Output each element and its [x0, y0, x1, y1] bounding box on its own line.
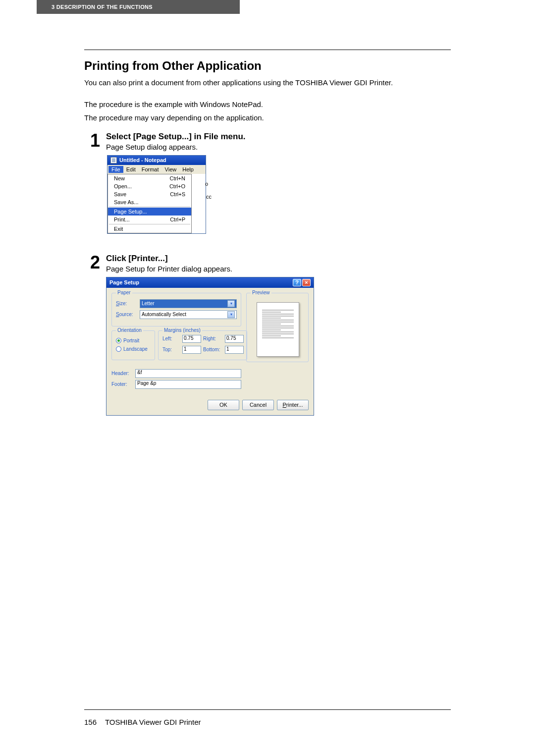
file-menu-save-accel: Ctrl+S [170, 191, 185, 197]
dialog-button-row: OK Cancel Printer... [107, 396, 314, 415]
file-menu-save[interactable]: Save Ctrl+S [108, 190, 191, 198]
help-icon[interactable]: ? [293, 279, 301, 286]
size-select[interactable]: Letter ▾ [140, 299, 237, 308]
chevron-down-icon[interactable]: ▾ [227, 311, 235, 318]
file-menu-saveas-label: Save As... [114, 199, 139, 205]
intro-1: You can also print a document from other… [84, 78, 451, 88]
menu-divider-2 [109, 224, 190, 224]
intro-3: The procedure may vary depending on the … [84, 113, 451, 123]
step-1-sub: Page Setup dialog appears. [106, 143, 451, 151]
notepad-titlebar: Untitled - Notepad [107, 156, 206, 165]
margins-legend: Margins (inches) [162, 327, 202, 333]
file-menu-open-label: Open... [114, 183, 132, 189]
source-value: Automatically Select [142, 312, 186, 317]
notepad-menubar[interactable]: File Edit Format View Help [107, 165, 206, 174]
radio-portrait[interactable]: Portrait [116, 338, 151, 343]
file-menu-dropdown: New Ctrl+N Open... Ctrl+O Save Ctrl+S [107, 174, 192, 233]
file-menu-pagesetup[interactable]: Page Setup... [108, 208, 191, 216]
chapter-text: 3 DESCRIPTION OF THE FUNCTIONS [52, 4, 153, 10]
file-menu-pagesetup-label: Page Setup... [114, 209, 147, 215]
footer-input[interactable]: Page &p [135, 380, 241, 389]
preview-box: Preview [246, 293, 309, 362]
step-2: 2 Click [Printer...] Page Setup for Prin… [84, 254, 451, 416]
page-setup-dialog: Page Setup ? × Preview [106, 277, 314, 416]
printer-button[interactable]: Printer... [277, 400, 309, 410]
source-label: Source: [116, 312, 140, 317]
menu-divider-1 [109, 207, 190, 207]
top-label: Top: [162, 347, 180, 352]
file-menu-exit[interactable]: Exit [108, 225, 191, 233]
orientation-fieldset: Orientation Portrait Landscape [111, 330, 155, 360]
file-menu-open-accel: Ctrl+O [169, 183, 185, 189]
menu-format[interactable]: Format [139, 166, 162, 173]
main-content: Printing from Other Application You can … [84, 50, 451, 416]
top-input[interactable]: 1 [182, 346, 201, 354]
file-menu-print-label: Print... [114, 216, 130, 222]
preview-legend: Preview [251, 290, 271, 295]
step-1: 1 Select [Page Setup...] in File menu. P… [84, 132, 451, 234]
radio-icon [116, 338, 121, 343]
margins-fieldset: Margins (inches) Left: 0.75 Right: 0.75 … [158, 330, 247, 360]
footer-label: Footer: [111, 381, 135, 387]
file-menu-exit-label: Exit [114, 226, 123, 232]
menu-help[interactable]: Help [179, 166, 197, 173]
header-label: Header: [111, 371, 135, 376]
step-number-1: 1 [84, 132, 106, 150]
intro-2: The procedure is the example with Window… [84, 100, 451, 109]
ok-button[interactable]: OK [208, 400, 239, 410]
radio-landscape[interactable]: Landscape [116, 346, 151, 352]
paper-fieldset: Paper SiSize:ze: Letter ▾ Source: Automa [111, 293, 241, 326]
paper-legend: Paper [116, 290, 132, 295]
left-label: Left: [162, 336, 180, 341]
file-menu-new-label: New [114, 175, 125, 181]
footer: 156 TOSHIBA Viewer GDI Printer [84, 709, 451, 726]
divider-top [84, 50, 451, 50]
notepad-app-icon [110, 157, 117, 163]
step-2-sub: Page Setup for Printer dialog appears. [106, 265, 451, 273]
size-label: SiSize:ze: [116, 301, 140, 306]
file-menu-new-accel: Ctrl+N [170, 175, 185, 181]
right-input[interactable]: 0.75 [225, 335, 244, 343]
landscape-label: Landscape [123, 346, 148, 352]
source-select[interactable]: Automatically Select ▾ [140, 310, 237, 319]
section-title: Printing from Other Application [84, 59, 451, 73]
chapter-header: 3 DESCRIPTION OF THE FUNCTIONS [37, 0, 240, 14]
chevron-down-icon[interactable]: ▾ [227, 300, 235, 307]
file-menu-saveas[interactable]: Save As... [108, 198, 191, 206]
size-value: Letter [142, 301, 155, 306]
preview-page [257, 302, 299, 357]
portrait-label: Portrait [123, 338, 139, 343]
file-menu-open[interactable]: Open... Ctrl+O [108, 182, 191, 190]
cancel-button[interactable]: Cancel [242, 400, 274, 410]
menu-file[interactable]: File [108, 166, 123, 173]
file-menu-print-accel: Ctrl+P [170, 216, 185, 222]
clipped-text-cc: cc [206, 194, 212, 200]
page-number: 156 [84, 718, 103, 726]
left-input[interactable]: 0.75 [182, 335, 201, 343]
step-2-title: Click [Printer...] [106, 254, 451, 264]
menu-edit[interactable]: Edit [123, 166, 139, 173]
file-menu-print[interactable]: Print... Ctrl+P [108, 216, 191, 223]
pagesetup-title: Page Setup [109, 279, 139, 285]
notepad-window: Untitled - Notepad File Edit Format View… [107, 155, 206, 234]
notepad-title: Untitled - Notepad [119, 157, 166, 163]
orientation-legend: Orientation [116, 327, 143, 333]
menu-view[interactable]: View [162, 166, 180, 173]
bottom-input[interactable]: 1 [225, 346, 244, 354]
step-1-title: Select [Page Setup...] in File menu. [106, 132, 451, 142]
right-label: Right: [203, 336, 223, 341]
footer-product: TOSHIBA Viewer GDI Printer [105, 718, 201, 726]
step-number-2: 2 [84, 254, 106, 271]
pagesetup-titlebar: Page Setup ? × [107, 277, 314, 288]
close-icon[interactable]: × [302, 279, 311, 286]
clipped-text-o: o [205, 181, 208, 187]
header-input[interactable]: &f [135, 369, 241, 378]
file-menu-save-label: Save [114, 191, 126, 197]
file-menu-new[interactable]: New Ctrl+N [108, 174, 191, 182]
radio-icon [116, 346, 121, 352]
bottom-label: Bottom: [203, 347, 223, 352]
